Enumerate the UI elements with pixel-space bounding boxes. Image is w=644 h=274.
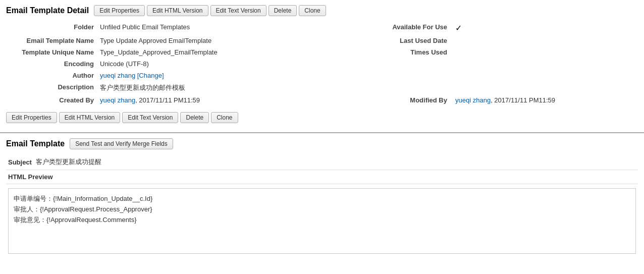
modified-by-field: yueqi zhang, 2017/11/11 PM11:59 [450, 94, 638, 106]
author-change[interactable]: [Change] [137, 72, 164, 79]
edit-properties-button-top[interactable]: Edit Properties [94, 5, 145, 16]
preview-line3: 审批意见：{!ApprovalRequest.Comments} [14, 215, 630, 226]
author-field: yueqi zhang [Change] [97, 70, 258, 81]
modified-by-link[interactable]: yueqi zhang [455, 96, 491, 104]
folder-label: Folder [6, 21, 97, 35]
subject-row: Subject 客户类型更新成功提醒 [6, 154, 638, 170]
unique-name-value: Type_Update_Approved_EmailTemplate [97, 46, 258, 58]
description-value: 客户类型更新成功的邮件模板 [97, 81, 258, 94]
email-template-section: Email Template Send Test and Verify Merg… [0, 132, 644, 263]
edit-html-button-top[interactable]: Edit HTML Version [147, 5, 208, 16]
preview-line2: 审批人：{!ApprovalRequest.Process_Approver} [14, 204, 630, 215]
html-preview-box: 申请单编号：{!Main_Information_Update__c.Id} 审… [8, 188, 636, 254]
send-test-button[interactable]: Send Test and Verify Merge Fields [70, 138, 173, 149]
clone-button-bottom[interactable]: Clone [211, 112, 238, 123]
available-value: ✓ [450, 21, 638, 35]
created-by-label: Created By [6, 94, 97, 106]
created-by-date: , 2017/11/11 PM11:59 [135, 96, 200, 104]
delete-button-top[interactable]: Delete [269, 5, 297, 16]
unique-name-label: Template Unique Name [6, 46, 97, 58]
bottom-toolbar: Edit Properties Edit HTML Version Edit T… [6, 112, 638, 123]
page-title: Email Template Detail [6, 6, 89, 15]
edit-text-button-top[interactable]: Edit Text Version [210, 5, 266, 16]
delete-button-bottom[interactable]: Delete [180, 112, 209, 123]
created-by-field: yueqi zhang, 2017/11/11 PM11:59 [97, 94, 258, 106]
section2-title: Email Template [6, 139, 65, 148]
edit-html-button-bottom[interactable]: Edit HTML Version [59, 112, 121, 123]
detail-table: Folder Unfiled Public Email Templates Av… [6, 21, 638, 106]
times-used-label: Times Used [359, 46, 450, 58]
modified-by-date: , 2017/11/11 PM11:59 [491, 96, 555, 104]
edit-text-button-bottom[interactable]: Edit Text Version [122, 112, 178, 123]
encoding-label: Encoding [6, 58, 97, 70]
clone-button-top[interactable]: Clone [299, 5, 326, 16]
encoding-value: Unicode (UTF-8) [97, 58, 258, 70]
subject-label: Subject [8, 158, 32, 166]
author-link[interactable]: yueqi zhang [100, 72, 135, 79]
created-by-link[interactable]: yueqi zhang [100, 96, 135, 104]
last-used-label: Last Used Date [359, 35, 450, 46]
edit-properties-button-bottom[interactable]: Edit Properties [6, 112, 57, 123]
top-toolbar: Edit Properties Edit HTML Version Edit T… [94, 5, 326, 16]
html-preview-label: HTML Preview [6, 170, 638, 184]
template-name-value: Type Update Approved EmailTemplate [97, 35, 258, 46]
modified-by-label: Modified By [359, 94, 450, 106]
available-label: Available For Use [359, 21, 450, 35]
author-label: Author [6, 70, 97, 81]
times-used-value [450, 46, 638, 58]
description-label: Description [6, 81, 97, 94]
subject-value: 客户类型更新成功提醒 [36, 157, 101, 167]
folder-value: Unfiled Public Email Templates [97, 21, 258, 35]
preview-line1: 申请单编号：{!Main_Information_Update__c.Id} [14, 194, 630, 204]
last-used-value [450, 35, 638, 46]
template-name-label: Email Template Name [6, 35, 97, 46]
